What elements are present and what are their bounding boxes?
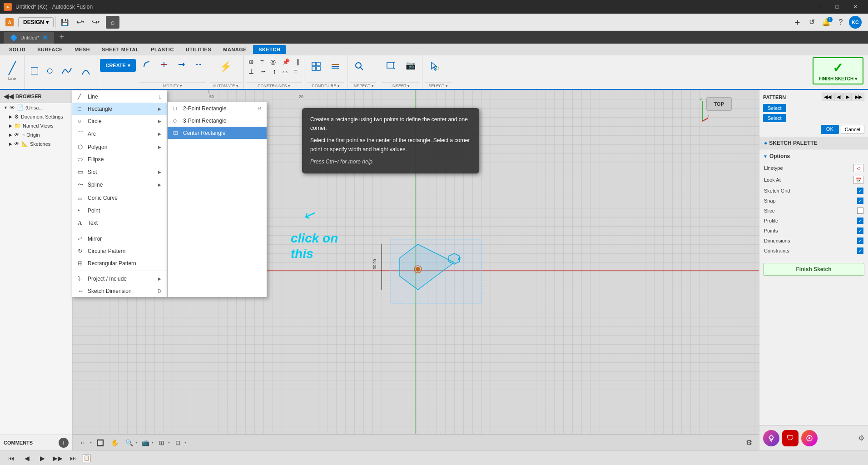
ribbon-tab-solid[interactable]: SOLID bbox=[4, 45, 31, 54]
system-settings-button[interactable]: ⚙ bbox=[858, 434, 864, 442]
add-comment-button[interactable]: + bbox=[59, 438, 69, 448]
design-mode-button[interactable]: DESIGN ▾ bbox=[18, 17, 54, 27]
viewcube-label[interactable]: TOP bbox=[706, 97, 732, 111]
line-button[interactable]: ╱ Line bbox=[5, 59, 20, 83]
insert-image-button[interactable] bbox=[382, 58, 400, 73]
create-button[interactable]: CREATE ▾ bbox=[100, 59, 135, 72]
ribbon-tab-plastic[interactable]: PLASTIC bbox=[145, 45, 179, 54]
app-menu-button[interactable]: A bbox=[3, 16, 16, 29]
display-button[interactable]: ⊞ bbox=[155, 437, 168, 449]
menu-item-spline[interactable]: 〜 Spline ▶ bbox=[72, 178, 167, 192]
menu-item-mirror[interactable]: ⇌ Mirror bbox=[72, 232, 167, 245]
trim-button[interactable] bbox=[157, 59, 171, 70]
browser-item-unsaved[interactable]: ▼ 👁 📄 (Unsa... bbox=[0, 103, 72, 112]
spline-button[interactable] bbox=[58, 64, 76, 79]
circle-button[interactable]: ○ bbox=[43, 62, 57, 80]
viewcube[interactable]: TOP bbox=[706, 97, 732, 111]
lookat-icon-button[interactable]: 📅 bbox=[853, 176, 863, 184]
snap-checkbox[interactable]: ✓ bbox=[857, 198, 863, 204]
menu-item-circular-pattern[interactable]: ↻ Circular Pattern bbox=[72, 245, 167, 257]
pattern-fast-fwd[interactable]: ▶▶ bbox=[853, 93, 864, 101]
sketchgrid-checkbox[interactable]: ✓ bbox=[857, 188, 863, 194]
menu-item-circle[interactable]: ○ Circle ▶ bbox=[72, 115, 167, 127]
ribbon-tab-sheet-metal[interactable]: SHEET METAL bbox=[96, 45, 144, 54]
pb-prev[interactable]: ◀ bbox=[21, 452, 33, 464]
browser-item-named-views[interactable]: ▶ 📁 Named Views bbox=[0, 121, 72, 130]
maximize-button[interactable]: □ bbox=[828, 0, 846, 14]
zoom-fit-button[interactable]: 🔍 bbox=[123, 437, 135, 449]
ribbon-tab-surface[interactable]: SURFACE bbox=[32, 45, 68, 54]
pb-first[interactable]: ⏮ bbox=[5, 452, 17, 464]
rectangle-button[interactable]: □ bbox=[27, 62, 42, 80]
close-button[interactable]: ✕ bbox=[846, 0, 864, 14]
save-button[interactable]: 💾 bbox=[58, 16, 71, 29]
menu-item-rect-pattern[interactable]: ⊞ Rectangular Pattern bbox=[72, 257, 167, 269]
transform-button[interactable]: ↔ bbox=[76, 437, 89, 449]
select-button[interactable] bbox=[425, 59, 443, 74]
undo-button[interactable]: ↩▾ bbox=[73, 16, 87, 29]
configure-button[interactable] bbox=[307, 59, 325, 74]
collinear-button[interactable]: ≡ bbox=[258, 57, 267, 66]
concentric-button[interactable]: ◎ bbox=[268, 57, 278, 66]
pattern-select-btn1[interactable]: Select bbox=[763, 104, 786, 112]
account-button[interactable]: KC bbox=[849, 16, 862, 29]
display-dropdown[interactable]: ▾ bbox=[168, 440, 170, 445]
menu-item-line[interactable]: ╱ Line L bbox=[72, 90, 167, 103]
fillet-button[interactable] bbox=[139, 59, 154, 70]
dimensions-checkbox[interactable]: ✓ bbox=[857, 237, 863, 244]
mcafee-icon[interactable]: 🛡 bbox=[782, 430, 799, 446]
profile-checkbox[interactable]: ✓ bbox=[857, 218, 863, 224]
fix-button[interactable]: 📌 bbox=[279, 57, 293, 66]
pan-rotate-button[interactable]: 🔲 bbox=[94, 437, 106, 449]
coincident-button[interactable]: ⊕ bbox=[246, 57, 257, 66]
menu-item-project-include[interactable]: ⤵ Project / Include ▶ bbox=[72, 272, 167, 285]
view-dropdown[interactable]: ▾ bbox=[152, 440, 154, 445]
pb-play[interactable]: ▶ bbox=[36, 452, 48, 464]
browser-item-origin[interactable]: ▶ 👁 ○ Origin bbox=[0, 130, 72, 139]
equal-button[interactable]: = bbox=[291, 67, 300, 76]
finish-sketch-palette-button[interactable]: Finish Sketch bbox=[763, 263, 864, 276]
pb-last[interactable]: ⏭ bbox=[67, 452, 79, 464]
perp-button[interactable]: ⊥ bbox=[246, 67, 257, 76]
slice-checkbox[interactable] bbox=[857, 208, 863, 214]
pattern-back[interactable]: ◀ bbox=[834, 93, 843, 101]
refresh-button[interactable]: ↺ bbox=[805, 16, 818, 29]
pattern-fwd[interactable]: ▶ bbox=[843, 93, 852, 101]
horiz-button[interactable]: ↔ bbox=[258, 67, 269, 76]
pan-button[interactable]: ✋ bbox=[108, 437, 121, 449]
document-tab[interactable]: 🔷 Untitled* ✕ bbox=[4, 32, 54, 44]
inspect-dropdown[interactable]: ▾ bbox=[184, 440, 186, 445]
home-button[interactable]: ⌂ bbox=[106, 16, 119, 29]
menu-item-conic[interactable]: ⌓ Conic Curve bbox=[72, 192, 167, 204]
help-button[interactable]: ? bbox=[834, 16, 847, 29]
settings-button-canvas[interactable]: ⚙ bbox=[743, 437, 755, 449]
configure-button2[interactable] bbox=[326, 59, 344, 74]
inspect-view-button[interactable]: ⊟ bbox=[172, 437, 184, 449]
ribbon-tab-utilities[interactable]: UTILITIES bbox=[180, 45, 217, 54]
insert-dxf-button[interactable]: 📷 bbox=[402, 59, 419, 72]
pattern-rewind[interactable]: ◀◀ bbox=[822, 93, 833, 101]
add-button[interactable]: ＋ bbox=[791, 16, 804, 29]
submenu-2pt-rect[interactable]: □ 2-Point Rectangle R bbox=[168, 102, 267, 114]
parallel-button[interactable]: ∥ bbox=[293, 57, 302, 66]
redo-button[interactable]: ↪▾ bbox=[89, 16, 102, 29]
browser-item-sketches[interactable]: ▶ 👁 📐 Sketches bbox=[0, 139, 72, 148]
menu-item-ellipse[interactable]: ⬭ Ellipse bbox=[72, 153, 167, 166]
menu-item-arc[interactable]: ⌒ Arc ▶ bbox=[72, 127, 167, 141]
ribbon-tab-mesh[interactable]: MESH bbox=[69, 45, 95, 54]
linetype-icon-button[interactable]: ◁ bbox=[853, 164, 863, 172]
menu-item-sketch-dim[interactable]: ↔ Sketch Dimension D bbox=[72, 285, 167, 297]
tangent-button[interactable]: ⌓ bbox=[280, 66, 290, 76]
finish-sketch-button[interactable]: ✓ FINISH SKETCH ▾ bbox=[813, 57, 863, 84]
minimize-button[interactable]: ─ bbox=[810, 0, 828, 14]
break-button[interactable] bbox=[191, 59, 206, 70]
points-checkbox[interactable]: ✓ bbox=[857, 228, 863, 234]
constraints-checkbox[interactable]: ✓ bbox=[857, 247, 863, 254]
pb-next[interactable]: ▶▶ bbox=[52, 452, 64, 464]
menu-item-rectangle[interactable]: □ Rectangle ▶ bbox=[72, 103, 167, 115]
view-button[interactable]: 📺 bbox=[139, 437, 152, 449]
automate-button[interactable]: ⚡ bbox=[210, 59, 241, 74]
orbit-icon[interactable] bbox=[801, 430, 818, 446]
zoom-dropdown[interactable]: ▾ bbox=[135, 440, 137, 445]
fusion-app-icon[interactable] bbox=[763, 430, 779, 446]
